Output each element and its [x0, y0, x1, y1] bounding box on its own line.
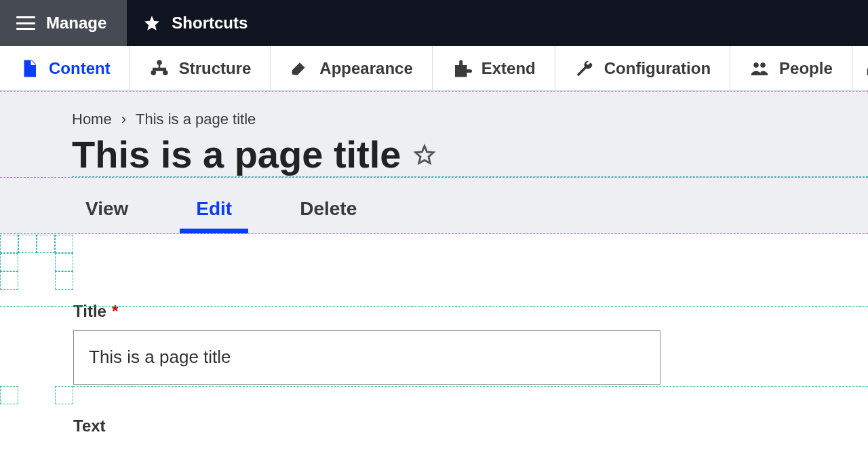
- form-area: Title * Text: [0, 234, 868, 436]
- shortcuts-label: Shortcuts: [172, 14, 248, 33]
- chevron-right-icon: ›: [121, 111, 126, 128]
- hamburger-icon: [16, 16, 35, 30]
- title-field-label: Title: [73, 302, 106, 321]
- admin-tab-structure[interactable]: Structure: [130, 46, 271, 90]
- admin-tab-reports[interactable]: [852, 46, 868, 90]
- shortcuts-toggle[interactable]: Shortcuts: [127, 0, 264, 46]
- page-title: This is a page title: [72, 135, 401, 175]
- admin-tab-label: Extend: [481, 59, 536, 78]
- admin-tab-label: People: [779, 59, 833, 78]
- admin-topbar: Manage Shortcuts: [0, 0, 868, 46]
- people-icon: [749, 58, 770, 79]
- local-tasks: View Edit Delete: [0, 178, 868, 234]
- admin-tab-extend[interactable]: Extend: [433, 46, 555, 90]
- required-indicator: *: [112, 302, 118, 321]
- page-icon: [19, 58, 39, 79]
- text-field-label: Text: [0, 387, 868, 436]
- tab-delete[interactable]: Delete: [286, 194, 370, 233]
- structure-icon: [149, 58, 170, 79]
- title-field-label-row: Title *: [73, 302, 868, 321]
- breadcrumb-home[interactable]: Home: [72, 111, 112, 128]
- page-header: Home › This is a page title This is a pa…: [0, 91, 868, 178]
- bar-chart-icon: [865, 58, 868, 79]
- star-solid-icon: [143, 14, 161, 32]
- admin-tab-label: Structure: [179, 59, 252, 78]
- title-input[interactable]: [73, 330, 660, 385]
- appearance-icon: [290, 58, 310, 79]
- tab-edit[interactable]: Edit: [182, 194, 245, 233]
- manage-toggle[interactable]: Manage: [0, 0, 127, 46]
- breadcrumb: Home › This is a page title: [72, 111, 868, 128]
- extend-icon: [452, 58, 472, 79]
- admin-tab-label: Content: [49, 59, 111, 78]
- admin-tab-appearance[interactable]: Appearance: [271, 46, 432, 90]
- breadcrumb-current[interactable]: This is a page title: [136, 111, 256, 128]
- wrench-icon: [574, 58, 595, 79]
- manage-label: Manage: [46, 14, 106, 33]
- admin-tab-label: Appearance: [319, 59, 412, 78]
- admin-tab-label: Configuration: [604, 59, 711, 78]
- admin-tab-content[interactable]: Content: [0, 46, 130, 90]
- star-outline-icon[interactable]: [413, 143, 436, 166]
- tab-view[interactable]: View: [72, 194, 142, 233]
- admin-menu: Content Structure Appearance Extend Conf…: [0, 46, 868, 91]
- admin-tab-configuration[interactable]: Configuration: [555, 46, 730, 90]
- admin-tab-people[interactable]: People: [730, 46, 852, 90]
